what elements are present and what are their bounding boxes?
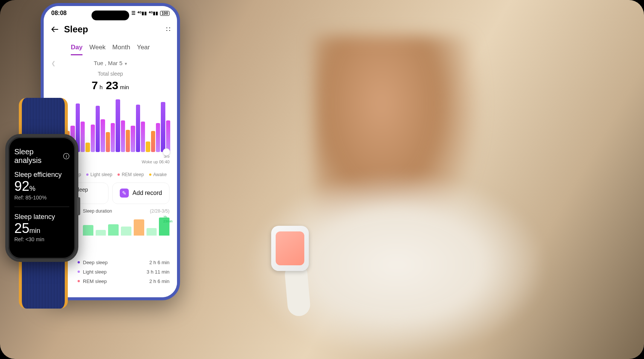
sleep-bar [116,99,120,152]
legend-item: Awake [149,172,167,177]
total-sleep-summary: Total sleep 7 h 23 min [44,71,177,96]
legend-item: Light sleep [86,172,112,177]
period-tabs: Day Week Month Year [44,40,177,55]
sleep-bar [111,123,115,152]
sleep-latency-metric: Sleep latency 25min Ref: <30 min [14,213,69,243]
sleep-bar [81,122,85,152]
chevron-down-icon: ▼ [124,62,128,66]
sleep-bar [106,132,110,152]
sleep-bar [151,131,155,152]
legend-item: REM sleep [118,172,144,177]
tab-day[interactable]: Day [71,44,82,55]
sleep-bar [126,130,130,152]
info-icon[interactable]: i [63,153,69,159]
phone-notch [92,11,129,20]
duration-title: Sleep duration [83,208,112,214]
add-record-button[interactable]: ✎ Add record [112,183,169,204]
sleep-bar [166,120,170,152]
sleep-bar [146,141,150,152]
menu-more-icon[interactable]: ∷ [166,25,169,33]
sleep-bar [85,143,90,152]
smartwatch-device: Sleep analysis i Sleep efficiency 92% Re… [5,134,78,262]
sleep-bar [156,123,160,152]
signal-icon: ⁴ᴳ▮▮ [137,11,147,16]
sleep-efficiency-metric: Sleep efficiency 92% Ref: 85-100% [14,171,69,201]
wifi-icon: ☰ [131,11,136,16]
signal-icon-2: ⁴ᴳ▮▮ [149,11,158,16]
watch-screen-title: Sleep analysis i [14,148,69,165]
current-date[interactable]: Tue , Mar 5 ▼ [62,60,160,66]
tab-week[interactable]: Week [89,44,105,55]
battery-icon: 100 [160,11,169,16]
tab-year[interactable]: Year [137,44,150,55]
sleep-bar [96,106,100,152]
sleep-bar [131,126,135,152]
duration-bar [83,225,93,236]
stage-row[interactable]: Deep sleep2 h 6 min [78,258,169,267]
duration-bar [121,227,131,236]
duration-bar [108,224,119,236]
add-record-icon: ✎ [120,189,129,198]
tab-month[interactable]: Month [112,44,130,55]
duration-range: (2/28-3/5) [150,208,169,214]
duration-bar [134,219,144,236]
duration-peak-label: 7h 23min [163,215,172,224]
sleep-bar [161,102,165,152]
app-header: Sleep ∷ [44,19,177,40]
divider [14,207,69,207]
sleep-duration-chart[interactable]: 7h 23min [83,217,169,236]
stage-row[interactable]: REM sleep2 h 6 min [78,277,169,286]
prev-day-icon[interactable]: ❮ [51,60,56,66]
duration-bar [147,228,157,236]
wrist-watch-on-model [271,226,309,271]
sleep-bar [91,125,95,152]
sleep-bar [121,120,125,152]
duration-bar [96,230,106,236]
watch-crown-button[interactable] [77,197,80,215]
stage-row[interactable]: Light sleep3 h 11 min [78,267,169,277]
sleep-bar [136,105,140,152]
status-time: 08:08 [51,10,67,17]
back-arrow-icon[interactable] [51,26,59,33]
sleep-bar [101,119,105,152]
page-title: Sleep [64,24,88,35]
chart-slider-handle[interactable] [163,148,170,156]
sleep-bar [141,122,145,152]
date-selector: ❮ Tue , Mar 5 ▼ [44,55,177,71]
